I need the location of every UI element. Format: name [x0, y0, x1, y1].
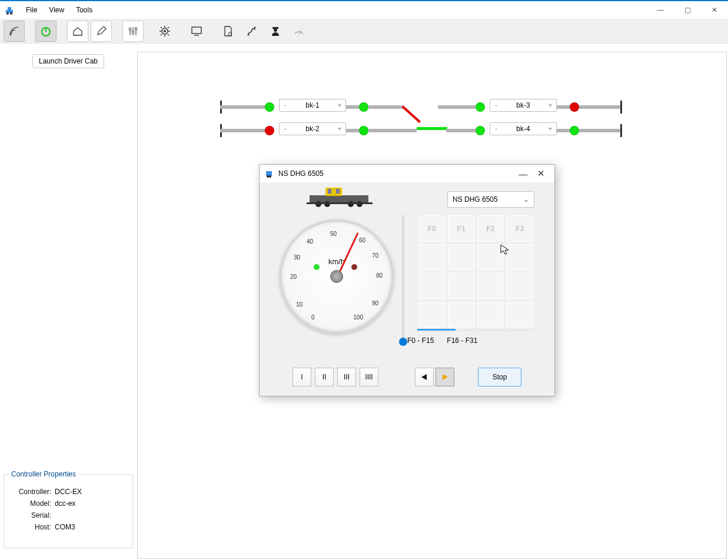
app-icon: [5, 5, 14, 15]
cab-title-text: NS DHG 6505: [278, 169, 514, 178]
tick: 10: [296, 301, 302, 308]
svg-point-32: [267, 175, 269, 178]
fn-cell[interactable]: [506, 244, 534, 271]
edit-icon[interactable]: [91, 21, 112, 42]
menu-file[interactable]: File: [20, 6, 43, 14]
speed-step-2[interactable]: II: [315, 368, 334, 386]
value-model: dcc-ex: [55, 499, 75, 508]
fn-cell[interactable]: [477, 272, 505, 300]
fn-cell[interactable]: [447, 272, 476, 300]
signal-dot[interactable]: [265, 126, 274, 135]
label-model: Model:: [9, 499, 51, 508]
fn-f3[interactable]: F3: [506, 215, 534, 242]
signal-dot[interactable]: [570, 102, 579, 112]
signal-icon[interactable]: [4, 21, 25, 42]
menu-bar: File View Tools — ▢ ✕: [0, 1, 728, 19]
fn-cell[interactable]: [477, 301, 505, 329]
loco-image: [307, 186, 373, 208]
signal-dot[interactable]: [476, 126, 485, 135]
fn-f0[interactable]: F0: [418, 215, 446, 242]
menu-tools[interactable]: Tools: [70, 6, 98, 14]
monitor-icon[interactable]: [186, 21, 207, 42]
cab-close[interactable]: ✕: [532, 168, 550, 179]
home-icon[interactable]: [67, 21, 88, 42]
fn-cell[interactable]: [418, 301, 446, 329]
svg-point-14: [164, 30, 166, 32]
window-minimize[interactable]: —: [647, 1, 674, 19]
speed-step-1[interactable]: I: [292, 368, 311, 386]
train-icon: [264, 169, 274, 178]
gauge-led-green: [314, 264, 320, 270]
svg-rect-3: [8, 7, 11, 10]
fn-cell[interactable]: [506, 301, 534, 329]
fn-cell[interactable]: [418, 244, 446, 271]
svg-line-20: [168, 34, 169, 35]
speed-step-3[interactable]: III: [337, 368, 356, 386]
launch-driver-cab-button[interactable]: Launch Driver Cab: [32, 54, 104, 68]
loco-select[interactable]: NS DHG 6505 ⌄: [447, 191, 534, 208]
layout-canvas[interactable]: -bk-1+ -bk-3+ -bk-2+ -bk-4+: [137, 52, 727, 559]
value-host: COM3: [55, 523, 75, 531]
fn-f2[interactable]: F2: [477, 215, 505, 242]
sliders-icon[interactable]: [122, 21, 144, 42]
fn-cell[interactable]: [447, 301, 476, 329]
fn-cell[interactable]: [447, 244, 476, 271]
svg-rect-31: [266, 171, 272, 176]
block-bk3[interactable]: -bk-3+: [490, 99, 557, 112]
controller-properties-panel: Controller Properties Controller:DCC-EX …: [4, 470, 133, 548]
fn-cell[interactable]: [418, 272, 446, 300]
signal-dot[interactable]: [265, 102, 274, 112]
svg-rect-0: [6, 10, 13, 13]
fn-tab-2[interactable]: F16 - F31: [447, 336, 477, 345]
power-icon[interactable]: [35, 21, 56, 42]
signal-dot[interactable]: [359, 126, 368, 135]
label-controller: Controller:: [9, 488, 51, 496]
svg-rect-37: [336, 189, 340, 194]
block-bk1[interactable]: -bk-1+: [279, 99, 346, 112]
signal-dot[interactable]: [570, 126, 579, 135]
fn-cell[interactable]: [506, 272, 534, 300]
fn-f1[interactable]: F1: [447, 215, 476, 242]
stop-button[interactable]: Stop: [478, 368, 521, 386]
tick: 80: [376, 272, 383, 279]
tick: 100: [353, 314, 363, 321]
tick: 50: [330, 231, 337, 237]
route-icon[interactable]: [241, 21, 262, 42]
gauge-icon[interactable]: [288, 21, 310, 42]
tick: 20: [290, 274, 297, 280]
function-grid: F0 F1 F2 F3: [417, 214, 534, 329]
svg-line-19: [161, 27, 162, 28]
signal-dot[interactable]: [476, 102, 485, 112]
label-serial: Serial:: [9, 511, 51, 519]
block-bk4[interactable]: -bk-4+: [490, 122, 557, 135]
conductor-icon[interactable]: [265, 21, 286, 42]
menu-view[interactable]: View: [43, 6, 70, 14]
window-close[interactable]: ✕: [701, 1, 728, 19]
svg-point-27: [254, 26, 256, 28]
block-bk2[interactable]: -bk-2+: [279, 122, 346, 135]
svg-line-22: [161, 34, 162, 35]
slider-thumb[interactable]: [399, 338, 407, 346]
direction-forward[interactable]: [436, 368, 454, 386]
cab-titlebar[interactable]: NS DHG 6505 — ✕: [260, 165, 554, 182]
svg-line-21: [168, 27, 169, 28]
gauge-needle: [337, 232, 358, 277]
driver-cab-window: NS DHG 6505 — ✕ NS DHG 6505 ⌄ km/h 0 10 …: [259, 164, 555, 396]
function-scroll[interactable]: [417, 328, 534, 331]
tick: 90: [372, 300, 378, 306]
throttle-slider[interactable]: [402, 215, 404, 343]
svg-point-10: [129, 28, 131, 31]
toolbar: [0, 19, 728, 44]
svg-point-33: [269, 175, 271, 178]
svg-point-26: [248, 34, 250, 35]
signal-dot[interactable]: [359, 102, 368, 112]
direction-reverse[interactable]: [415, 368, 434, 386]
gear-icon[interactable]: [154, 21, 175, 42]
document-gear-icon[interactable]: [218, 21, 239, 42]
window-maximize[interactable]: ▢: [674, 1, 701, 19]
fn-tab-1[interactable]: F0 - F15: [407, 336, 434, 345]
fn-cell[interactable]: [477, 244, 505, 271]
speed-step-4[interactable]: IIII: [360, 368, 378, 386]
cab-minimize[interactable]: —: [514, 169, 532, 179]
panel-legend: Controller Properties: [9, 470, 78, 478]
